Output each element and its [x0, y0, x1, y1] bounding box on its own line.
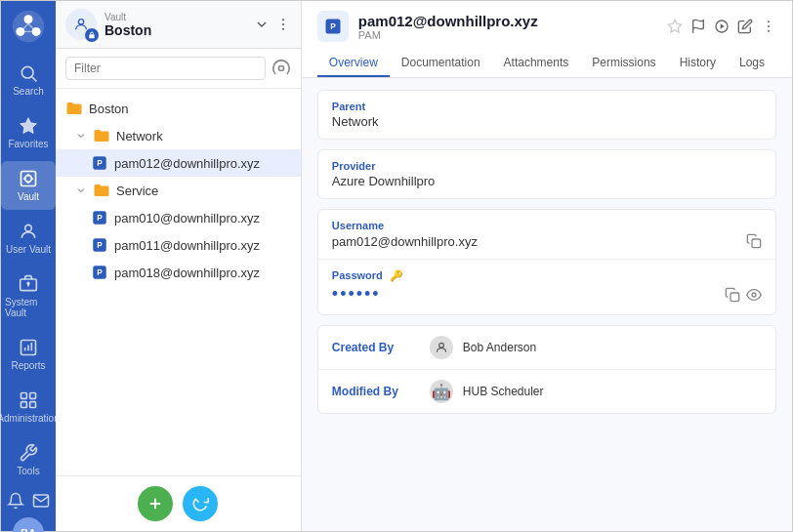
- svg-point-51: [768, 25, 770, 27]
- tree-item-pam012[interactable]: P pam012@downhillpro.xyz: [56, 149, 301, 177]
- sidebar-item-user-vault[interactable]: User Vault: [1, 214, 56, 263]
- svg-rect-29: [89, 34, 94, 38]
- svg-point-19: [27, 282, 29, 284]
- star-icon[interactable]: [667, 19, 683, 34]
- modified-by-label: Modified By: [332, 385, 420, 398]
- svg-line-8: [32, 77, 37, 82]
- user-avatar[interactable]: BA: [13, 517, 44, 532]
- provider-label: Provider: [332, 160, 762, 172]
- flag-icon[interactable]: [690, 19, 706, 34]
- sidebar-item-reports[interactable]: Reports: [1, 330, 56, 379]
- tree-content: Boston Network P pam012@downhillpro.xyz: [56, 89, 301, 475]
- created-by-label: Created By: [332, 341, 420, 354]
- tab-permissions[interactable]: Permissions: [580, 50, 667, 77]
- robot-icon: 🤖: [432, 383, 451, 401]
- svg-point-1: [24, 15, 33, 23]
- password-label: Password 🔑: [332, 269, 762, 282]
- svg-text:P: P: [97, 214, 103, 223]
- detail-title: pam012@downhillpro.xyz: [358, 13, 657, 29]
- icon-sidebar: Search Favorites Vault User Vault System…: [1, 1, 56, 531]
- svg-text:P: P: [97, 268, 103, 277]
- parent-row: Parent Network: [318, 91, 775, 139]
- parent-label: Parent: [332, 101, 762, 112]
- detail-header: P pam012@downhillpro.xyz PAM Overview D: [302, 1, 792, 78]
- tree-item-boston[interactable]: Boston: [56, 95, 301, 122]
- bell-icon[interactable]: [7, 492, 24, 510]
- tab-overview[interactable]: Overview: [317, 50, 390, 77]
- username-value: pam012@downhillpro.xyz: [332, 234, 478, 249]
- chevron-down-icon[interactable]: [254, 17, 270, 32]
- svg-point-30: [282, 19, 284, 20]
- tab-attachments[interactable]: Attachments: [492, 50, 581, 77]
- provider-section: Provider Azure Downhillpro: [317, 149, 776, 199]
- edit-icon[interactable]: [737, 19, 753, 34]
- vault-subtitle: Boston: [104, 22, 151, 38]
- username-label: Username: [332, 220, 762, 231]
- tree-item-pam011[interactable]: P pam011@downhillpro.xyz: [56, 231, 301, 259]
- svg-rect-24: [21, 393, 27, 399]
- tab-history[interactable]: History: [668, 50, 728, 77]
- svg-point-52: [768, 30, 770, 32]
- credentials-section: Username pam012@downhillpro.xyz Password…: [317, 209, 776, 315]
- filter-input[interactable]: [65, 57, 266, 80]
- sidebar-item-system-vault[interactable]: System Vault: [1, 266, 56, 326]
- sidebar-item-favorites[interactable]: Favorites: [1, 108, 56, 157]
- play-icon[interactable]: [714, 19, 730, 34]
- modified-by-value: HUB Scheduler: [463, 385, 544, 398]
- svg-rect-27: [30, 402, 36, 408]
- svg-rect-26: [21, 402, 27, 408]
- meta-section: Created By Bob Anderson Modified By 🤖 HU…: [317, 325, 776, 414]
- tree-item-service[interactable]: Service: [56, 177, 301, 204]
- mail-icon[interactable]: [32, 492, 50, 510]
- sidebar-item-search[interactable]: Search: [1, 56, 56, 104]
- svg-point-55: [752, 293, 756, 297]
- created-by-row: Created By Bob Anderson: [318, 326, 775, 370]
- svg-rect-54: [730, 293, 739, 302]
- sidebar-bottom: BA: [7, 492, 50, 532]
- svg-point-28: [78, 20, 83, 24]
- tree-panel: Vault Boston Boston Network: [56, 1, 302, 531]
- username-row: Username pam012@downhillpro.xyz: [318, 210, 775, 260]
- tab-logs[interactable]: Logs: [728, 50, 776, 77]
- sidebar-item-administration[interactable]: Administration: [1, 383, 56, 431]
- tree-item-pam010[interactable]: P pam010@downhillpro.xyz: [56, 204, 301, 231]
- svg-point-33: [278, 66, 283, 71]
- svg-text:P: P: [97, 241, 103, 250]
- tree-item-network[interactable]: Network: [56, 122, 301, 149]
- vault-avatar: [65, 9, 97, 40]
- copy-password-icon[interactable]: [725, 287, 740, 303]
- sidebar-item-tools[interactable]: Tools: [1, 435, 56, 484]
- tab-documentation[interactable]: Documentation: [390, 50, 492, 77]
- filter-bar: [56, 49, 301, 89]
- svg-point-31: [282, 23, 284, 25]
- tree-item-pam018[interactable]: P pam018@downhillpro.xyz: [56, 259, 301, 286]
- more-options-icon[interactable]: [275, 17, 291, 32]
- refresh-button[interactable]: [183, 486, 218, 521]
- tree-footer: [56, 475, 301, 531]
- svg-point-56: [438, 343, 443, 348]
- svg-text:P: P: [97, 159, 103, 168]
- filter-settings-icon[interactable]: [271, 59, 291, 78]
- parent-value: Network: [332, 114, 762, 129]
- toggle-password-icon[interactable]: [746, 287, 762, 303]
- detail-tabs: Overview Documentation Attachments Permi…: [317, 50, 776, 77]
- main-content: P pam012@downhillpro.xyz PAM Overview D: [302, 1, 792, 531]
- svg-point-7: [21, 66, 33, 78]
- detail-subtitle: PAM: [358, 29, 657, 41]
- svg-rect-53: [752, 239, 761, 248]
- sidebar-item-vault[interactable]: Vault: [1, 161, 56, 210]
- provider-value: Azure Downhillpro: [332, 174, 762, 188]
- copy-username-icon[interactable]: [746, 233, 762, 249]
- add-button[interactable]: [138, 486, 173, 521]
- pam-icon: P: [317, 11, 349, 42]
- svg-text:P: P: [330, 21, 336, 31]
- svg-marker-49: [721, 23, 725, 28]
- more-icon[interactable]: [761, 19, 776, 34]
- modifier-avatar: 🤖: [430, 380, 453, 403]
- svg-point-16: [25, 225, 32, 231]
- svg-point-11: [25, 176, 32, 183]
- svg-rect-25: [30, 393, 36, 399]
- detail-body: Parent Network Provider Azure Downhillpr…: [302, 78, 792, 531]
- app-logo: [9, 9, 48, 44]
- vault-label: Vault: [104, 12, 151, 22]
